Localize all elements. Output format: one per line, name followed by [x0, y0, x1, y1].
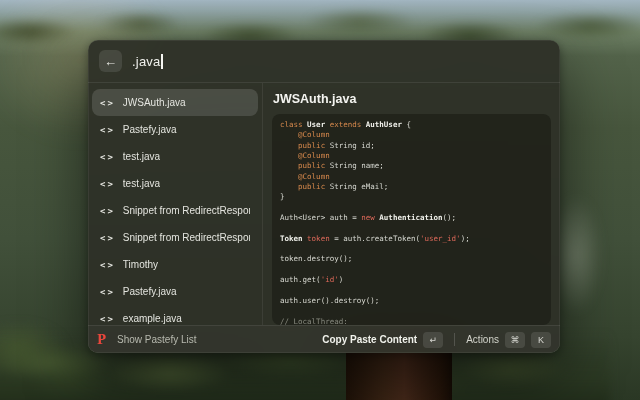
list-item-label: Timothy [123, 259, 158, 270]
code-line: @Column [280, 151, 543, 161]
code-line [280, 203, 543, 213]
code-line [280, 265, 543, 275]
code-snippet-icon: <> [100, 98, 115, 108]
code-block: class User extends AuthUser { @Column pu… [272, 114, 551, 325]
list-item[interactable]: <>test.java [92, 143, 258, 170]
list-item-label: JWSAuth.java [123, 97, 186, 108]
code-snippet-icon: <> [100, 152, 115, 162]
list-item[interactable]: <>JWSAuth.java [92, 89, 258, 116]
code-snippet-icon: <> [100, 287, 115, 297]
list-item-label: Pastefy.java [123, 286, 177, 297]
list-item[interactable]: <>test.java [92, 170, 258, 197]
code-line [280, 223, 543, 233]
search-input[interactable]: .java [132, 54, 163, 69]
code-line: auth.get('id') [280, 275, 543, 285]
code-line: @Column [280, 130, 543, 140]
detail-title: JWSAuth.java [273, 92, 551, 106]
code-snippet-icon: <> [100, 260, 115, 270]
code-snippet-icon: <> [100, 233, 115, 243]
code-line: // LocalThread: [280, 317, 543, 325]
text-caret [161, 54, 163, 69]
show-pastefy-list-label: Show Pastefy List [117, 334, 196, 345]
list-item[interactable]: <>Snippet from RedirectResponse.... [92, 197, 258, 224]
actions-button[interactable]: Actions ⌘ K [466, 332, 551, 348]
footer-bar: P Show Pastefy List Copy Paste Content ↵… [88, 325, 560, 353]
code-line: public String id; [280, 141, 543, 151]
code-snippet-icon: <> [100, 314, 115, 324]
list-item-label: test.java [123, 151, 160, 162]
list-item-label: Snippet from RedirectResponse.... [123, 205, 250, 216]
code-line: public String name; [280, 161, 543, 171]
code-snippet-icon: <> [100, 206, 115, 216]
list-item[interactable]: <>example.java [92, 305, 258, 325]
code-line [280, 306, 543, 316]
code-snippet-icon: <> [100, 179, 115, 189]
copy-paste-content-button[interactable]: Copy Paste Content ↵ [322, 332, 443, 348]
list-item[interactable]: <>Snippet from RedirectResponse.... [92, 224, 258, 251]
detail-panel: JWSAuth.java class User extends AuthUser… [263, 83, 560, 325]
code-line: class User extends AuthUser { [280, 120, 543, 130]
code-line: Token token = auth.createToken('user_id'… [280, 234, 543, 244]
list-item-label: example.java [123, 313, 182, 324]
code-line: token.destroy(); [280, 254, 543, 264]
code-line: } [280, 192, 543, 202]
code-line: auth.user().destroy(); [280, 296, 543, 306]
search-bar: ← .java [88, 40, 560, 83]
search-query-text: .java [132, 54, 160, 69]
list-item-label: test.java [123, 178, 160, 189]
code-line: public String eMail; [280, 182, 543, 192]
launcher-window: ← .java <>JWSAuth.java<>Pastefy.java<>te… [88, 40, 560, 353]
copy-paste-content-label: Copy Paste Content [322, 334, 417, 345]
list-item-label: Pastefy.java [123, 124, 177, 135]
list-item[interactable]: <>Timothy [92, 251, 258, 278]
list-item-label: Snippet from RedirectResponse.... [123, 232, 250, 243]
cmd-key-icon: ⌘ [505, 332, 525, 348]
list-item[interactable]: <>Pastefy.java [92, 278, 258, 305]
pastefy-logo: P [97, 333, 106, 347]
code-line: @Column [280, 172, 543, 182]
list-item[interactable]: <>Pastefy.java [92, 116, 258, 143]
footer-divider [454, 333, 455, 346]
code-line: Auth<User> auth = new Authentication(); [280, 213, 543, 223]
code-line [280, 244, 543, 254]
k-key-icon: K [531, 332, 551, 348]
back-button[interactable]: ← [99, 50, 122, 72]
enter-key-icon: ↵ [423, 332, 443, 348]
code-snippet-icon: <> [100, 125, 115, 135]
actions-label: Actions [466, 334, 499, 345]
content-area: <>JWSAuth.java<>Pastefy.java<>test.java<… [88, 83, 560, 325]
results-list: <>JWSAuth.java<>Pastefy.java<>test.java<… [88, 83, 263, 325]
code-line [280, 286, 543, 296]
back-arrow-icon: ← [104, 54, 117, 69]
